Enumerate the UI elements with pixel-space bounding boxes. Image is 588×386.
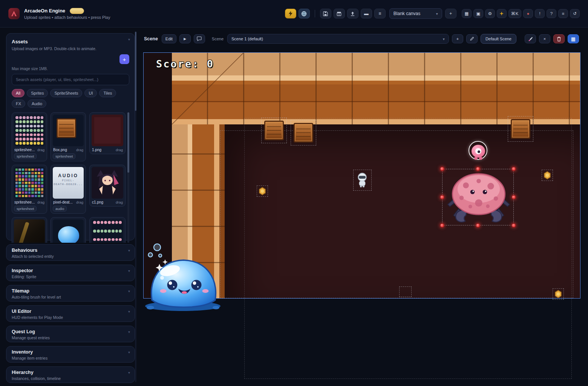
slime-mascot-entity[interactable] <box>144 241 224 313</box>
resize-handle-bottom-right[interactable] <box>511 223 516 228</box>
asset-card-partial[interactable] <box>12 217 47 243</box>
filter-fx[interactable]: FX <box>12 100 25 108</box>
upload-button[interactable] <box>347 9 358 18</box>
crate-entity[interactable] <box>294 123 313 142</box>
settings-button[interactable]: ⚙ <box>485 9 495 18</box>
panel-title: Hierarchy <box>12 370 129 375</box>
edit-button[interactable]: Edit <box>162 34 176 43</box>
asset-card-partial[interactable] <box>89 217 126 243</box>
toolbar-divider <box>315 10 315 17</box>
asset-card-box[interactable]: Box.png drag spritesheet <box>51 112 86 161</box>
asset-search-input[interactable] <box>16 77 125 82</box>
asset-filters: All Sprites SpriteSheets UI Tiles FX Aud… <box>12 89 129 108</box>
panel-ui-editor[interactable]: UI Editor HUD elements for Play Mode ▾ <box>6 305 135 322</box>
command-palette-button[interactable]: ⌘K <box>508 9 521 18</box>
asset-card-partial[interactable] <box>51 217 86 243</box>
sidebar-scrollbar[interactable] <box>135 32 136 382</box>
grid-view-button[interactable]: ▦ <box>462 9 472 18</box>
rename-scene-button[interactable] <box>466 34 478 43</box>
assets-panel: Assets ▾ Upload images or MP3. Double-cl… <box>6 33 135 240</box>
drag-hint[interactable]: drag <box>116 148 123 152</box>
add-canvas-button[interactable]: + <box>445 9 456 18</box>
panel-title: Quest Log <box>12 329 129 334</box>
play-button[interactable]: ▶ <box>179 34 191 43</box>
character-thumbnail <box>92 167 123 199</box>
grid-icon: ▦ <box>464 11 469 16</box>
save-button[interactable] <box>320 9 331 18</box>
menu-button[interactable]: ≡ <box>374 9 386 18</box>
sparkle-button[interactable] <box>497 9 507 18</box>
help-button[interactable]: ? <box>547 9 556 18</box>
delete-scene-button[interactable] <box>553 34 565 43</box>
asset-card-spritesheet[interactable]: spriteshee... drag spritesheet <box>12 112 47 161</box>
filter-all[interactable]: All <box>12 89 24 97</box>
crate-entity[interactable] <box>264 121 284 140</box>
card-button[interactable]: ▬ <box>361 9 372 18</box>
boost-button[interactable] <box>285 9 296 18</box>
filter-tiles[interactable]: Tiles <box>99 89 116 97</box>
list-button[interactable]: ≡ <box>558 9 568 18</box>
asset-name: spriteshee... <box>14 200 35 204</box>
canvas-template-select[interactable]: Blank canvas ▾ <box>389 8 442 19</box>
asset-tag: spritesheet <box>14 206 37 211</box>
frame-button[interactable]: ▣ <box>473 9 483 18</box>
asset-card-character[interactable]: c1.png drag <box>89 165 126 207</box>
panel-quest-log[interactable]: Quest Log Manage quest entries ▾ <box>6 326 135 342</box>
drag-hint[interactable]: drag <box>76 200 83 204</box>
panel-hierarchy[interactable]: Hierarchy Instances, collision, timeline… <box>6 366 135 383</box>
filter-sprites[interactable]: Sprites <box>27 89 48 97</box>
topbar-quick-actions: ▬ ≡ <box>285 9 386 18</box>
crate-image <box>57 118 76 138</box>
slime-thumbnail <box>53 219 84 243</box>
resize-handle-mid-right[interactable] <box>511 195 516 200</box>
filter-audio[interactable]: Audio <box>28 100 46 108</box>
record-button[interactable]: ● <box>523 9 533 18</box>
drag-hint[interactable]: drag <box>116 200 123 204</box>
drag-hint[interactable]: drag <box>37 148 44 152</box>
filter-spritesheets[interactable]: SpriteSheets <box>50 89 82 97</box>
add-asset-button[interactable]: + <box>119 54 129 64</box>
asset-grid-scrollbar[interactable] <box>127 112 129 243</box>
crate-entity[interactable] <box>511 119 530 139</box>
asset-card-audio[interactable]: AUDIO PIXEL- DEATH-66829... pixel-deat..… <box>51 165 86 214</box>
resize-handle-top-center[interactable] <box>476 167 481 172</box>
command-k-icon: ⌘K <box>511 11 519 16</box>
resize-handle-bottom-left[interactable] <box>440 223 445 228</box>
asset-card-tilesheet[interactable]: spriteshee... drag spritesheet <box>12 165 47 214</box>
resize-handle-top-right[interactable] <box>511 167 516 172</box>
asset-name: spriteshee... <box>14 148 35 152</box>
drag-hint[interactable]: drag <box>76 148 83 152</box>
history-button[interactable]: ↺ <box>570 9 580 18</box>
chevron-down-icon[interactable]: ▾ <box>128 37 130 41</box>
layout-grid-button[interactable]: ▦ <box>568 34 579 43</box>
scene-select[interactable]: Scene 1 (default) ▾ <box>227 34 449 44</box>
resize-handle-top-left[interactable] <box>440 167 445 172</box>
astronaut-entity[interactable] <box>356 173 369 188</box>
filter-ui[interactable]: UI <box>84 89 97 97</box>
game-viewport[interactable]: Score: 0 <box>143 52 580 299</box>
close-button[interactable]: × <box>539 34 550 43</box>
play-icon: ▶ <box>184 37 186 41</box>
drag-hint[interactable]: drag <box>37 200 44 204</box>
panel-behaviours[interactable]: Behaviours Attach to selected entity ▾ <box>6 244 135 261</box>
add-scene-button[interactable]: + <box>452 34 463 43</box>
resize-handle-mid-left[interactable] <box>440 195 445 200</box>
package-button[interactable] <box>334 9 345 18</box>
alerts-button[interactable]: ! <box>535 9 545 18</box>
scene-heading: Scene <box>144 36 158 41</box>
paint-button[interactable] <box>525 34 536 43</box>
cyclops-entity[interactable] <box>472 143 485 161</box>
crab-boss-entity[interactable] <box>444 167 513 223</box>
globe-icon <box>301 11 307 17</box>
astronaut-sprite <box>356 173 369 188</box>
scene-select-label: Scene <box>212 37 224 41</box>
chat-button[interactable] <box>194 34 205 43</box>
asset-card-1png[interactable]: 1.png drag <box>89 112 126 154</box>
default-scene-button[interactable]: Default Scene <box>481 34 516 44</box>
globe-button[interactable] <box>299 9 310 18</box>
panel-tilemap[interactable]: Tilemap Auto-tiling brush for level art … <box>6 285 135 302</box>
panel-inventory[interactable]: Inventory Manage item entries ▾ <box>6 346 135 363</box>
resize-handle-bottom-center[interactable] <box>476 223 481 228</box>
plus-icon: + <box>449 11 452 16</box>
panel-inspector[interactable]: Inspector Editing: Sprite ▾ <box>6 265 135 281</box>
